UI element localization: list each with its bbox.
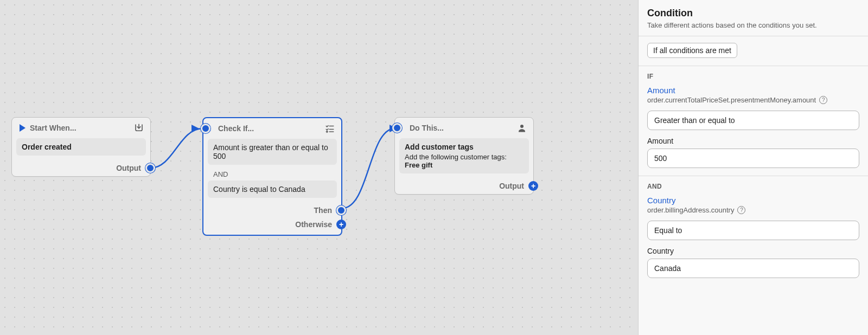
then-label: Then (314, 206, 332, 215)
condition-row-2[interactable]: Country is equal to Canada (208, 181, 337, 198)
start-node-title: Start When... (30, 124, 130, 132)
field2-name-link[interactable]: Country (647, 196, 676, 205)
start-node[interactable]: Start When... Order created Output (11, 117, 151, 177)
action-output-label: Output (499, 182, 524, 190)
condition-1-section: If Amount order.currentTotalPriceSet.pre… (639, 66, 868, 176)
help-icon[interactable]: ? (819, 96, 827, 104)
condition-2-section: And Country order.billingAddress.country… (639, 176, 868, 286)
otherwise-add-port[interactable]: + (336, 220, 346, 229)
if-label: If (647, 73, 859, 80)
output-label: Output (116, 164, 141, 172)
action-tag: Free gift (405, 161, 524, 169)
action-node[interactable]: Do This... Add customer tags Add the fol… (394, 117, 534, 195)
field2-value-label: Country (647, 247, 859, 255)
sidebar-subtitle: Take different actions based on the cond… (647, 21, 859, 29)
match-mode-section: If all conditions are met (639, 36, 868, 66)
flow-canvas[interactable]: Start When... Order created Output Check… (0, 0, 638, 335)
otherwise-label: Otherwise (295, 220, 332, 229)
input-port[interactable] (201, 124, 210, 133)
condition-joiner: AND (208, 168, 337, 181)
help-icon-2[interactable]: ? (737, 206, 745, 214)
action-title: Add customer tags (405, 143, 524, 151)
field2-value-input[interactable]: Canada (647, 259, 859, 278)
condition-sidebar: Condition Take different actions based o… (638, 0, 868, 335)
field1-operator-select[interactable]: Greater than or equal to (647, 111, 859, 130)
action-node-title: Do This... (410, 124, 513, 132)
field1-value-label: Amount (647, 137, 859, 145)
field1-value-input[interactable]: 500 (647, 149, 859, 168)
output-port[interactable] (145, 163, 155, 173)
action-output-port[interactable]: + (528, 181, 538, 191)
field1-name-link[interactable]: Amount (647, 86, 675, 95)
action-input-port[interactable] (392, 123, 402, 133)
svg-point-5 (520, 125, 524, 128)
condition-row-1[interactable]: Amount is greater than or equal to 500 (208, 139, 337, 165)
action-row[interactable]: Add customer tags Add the following cust… (399, 138, 529, 173)
import-icon (134, 123, 144, 133)
field2-path: order.billingAddress.country (647, 206, 734, 214)
action-desc: Add the following customer tags: (405, 153, 524, 161)
condition-node[interactable]: Check If... Amount is greater than or eq… (202, 117, 342, 236)
trigger-row[interactable]: Order created (16, 138, 146, 156)
sidebar-header: Condition Take different actions based o… (639, 0, 868, 36)
condition-node-title: Check If... (218, 124, 321, 133)
and-label: And (647, 183, 859, 190)
person-icon (517, 123, 527, 133)
play-icon (20, 124, 25, 132)
field2-operator-select[interactable]: Equal to (647, 221, 859, 240)
then-port[interactable] (336, 205, 346, 215)
checklist-icon (325, 124, 335, 133)
match-mode-chip[interactable]: If all conditions are met (647, 43, 737, 58)
sidebar-title: Condition (647, 8, 859, 19)
field1-path: order.currentTotalPriceSet.presentmentMo… (647, 96, 816, 104)
